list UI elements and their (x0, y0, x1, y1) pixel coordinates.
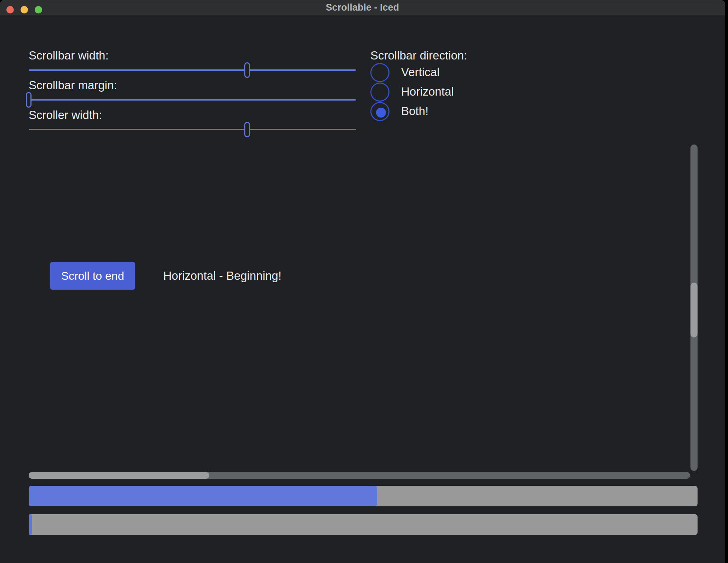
scrollbar-width-slider[interactable] (29, 62, 356, 78)
radio-label: Both! (401, 104, 428, 118)
slider-track[interactable] (29, 99, 356, 101)
radio-label: Horizontal (401, 85, 454, 98)
horizontal-scrollbar[interactable] (29, 472, 690, 479)
radio-circle-icon[interactable] (370, 63, 389, 82)
progress-fill (29, 514, 32, 535)
scrollbar-direction-label: Scrollbar direction: (370, 49, 467, 62)
scroller-width-slider[interactable] (29, 122, 356, 137)
scrollbar-margin-label: Scrollbar margin: (29, 79, 117, 92)
scroll-status-text: Horizontal - Beginning! (163, 269, 281, 283)
slider-handle[interactable] (26, 92, 32, 108)
scrollbar-margin-slider[interactable] (29, 92, 356, 108)
horizontal-scroller-thumb[interactable] (29, 472, 209, 479)
radio-dot-icon (376, 108, 386, 118)
scroll-to-end-button[interactable]: Scroll to end (50, 262, 135, 290)
titlebar: Scrollable - Iced (0, 0, 725, 15)
slider-handle[interactable] (244, 62, 250, 78)
horizontal-progress-bar (29, 514, 698, 535)
vertical-progress-bar (29, 486, 698, 506)
vertical-scrollbar[interactable] (690, 144, 698, 471)
scrollbar-width-label: Scrollbar width: (29, 49, 109, 62)
slider-track[interactable] (29, 69, 356, 71)
vertical-scroller-thumb[interactable] (690, 283, 698, 337)
app-window: Scrollable - Iced Scrollbar width: Scrol… (0, 0, 725, 563)
radio-circle-icon[interactable] (370, 102, 389, 121)
window-title: Scrollable - Iced (0, 0, 725, 15)
progress-fill (29, 486, 377, 506)
scroller-width-label: Scroller width: (29, 108, 102, 122)
slider-handle[interactable] (244, 122, 250, 137)
radio-circle-icon[interactable] (370, 83, 389, 102)
slider-track[interactable] (29, 129, 356, 130)
radio-label: Vertical (401, 66, 439, 79)
